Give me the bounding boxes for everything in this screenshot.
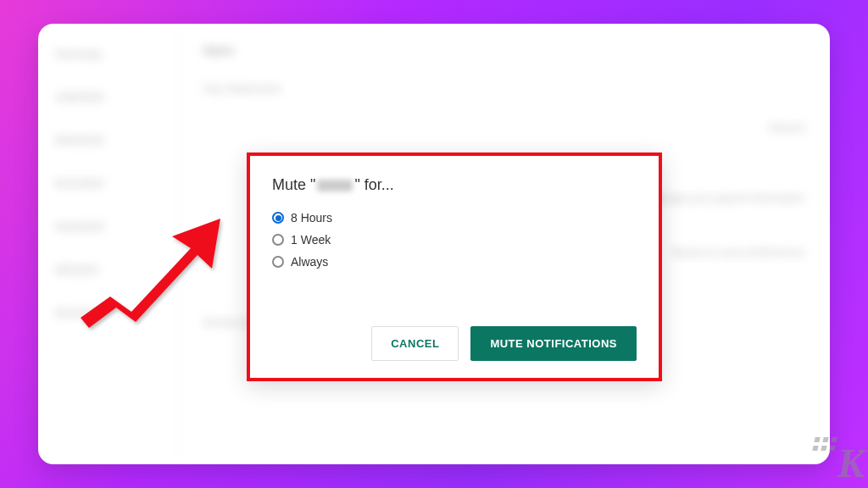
- radio-option-8-hours[interactable]: 8 Hours: [272, 211, 637, 225]
- mute-duration-radio-group: 8 Hours 1 Week Always: [272, 211, 637, 269]
- viewport: Summary 10/8/2023 9/30/2023 9/23/2023 9/…: [0, 0, 868, 488]
- sidebar-item: 9/30/2023: [38, 119, 177, 162]
- radio-icon: [272, 256, 284, 268]
- dialog-actions: CANCEL MUTE NOTIFICATIONS: [272, 326, 637, 361]
- redacted-name: [317, 180, 353, 191]
- watermark-letter: K: [837, 440, 863, 486]
- radio-icon: [272, 212, 284, 224]
- watermark-dots: [812, 437, 837, 451]
- radio-label: 1 Week: [291, 233, 331, 247]
- radio-option-always[interactable]: Always: [272, 255, 637, 269]
- sidebar-item: 9/9/2023: [38, 248, 177, 291]
- dialog-title-suffix: " for...: [354, 176, 393, 193]
- sidebar-item: 9/2/2023: [38, 291, 177, 335]
- dialog-title: Mute "" for...: [272, 176, 637, 194]
- sidebar-item: 9/23/2023: [38, 162, 177, 205]
- radio-label: Always: [291, 255, 328, 269]
- sidebar-item: 9/16/2023: [38, 205, 177, 248]
- radio-option-1-week[interactable]: 1 Week: [272, 233, 637, 247]
- radio-icon: [272, 234, 284, 246]
- mute-dialog: Mute "" for... 8 Hours 1 Week Always CAN…: [247, 152, 662, 381]
- sidebar-item: 10/8/2023: [38, 75, 177, 119]
- sidebar-item: Summary: [38, 32, 177, 75]
- radio-label: 8 Hours: [291, 211, 332, 225]
- cancel-button[interactable]: CANCEL: [371, 326, 459, 361]
- app-window: Summary 10/8/2023 9/30/2023 9/23/2023 9/…: [38, 24, 830, 464]
- sidebar: Summary 10/8/2023 9/30/2023 9/23/2023 9/…: [38, 24, 178, 464]
- dialog-title-prefix: Mute ": [272, 176, 315, 193]
- mute-notifications-button[interactable]: MUTE NOTIFICATIONS: [470, 326, 637, 361]
